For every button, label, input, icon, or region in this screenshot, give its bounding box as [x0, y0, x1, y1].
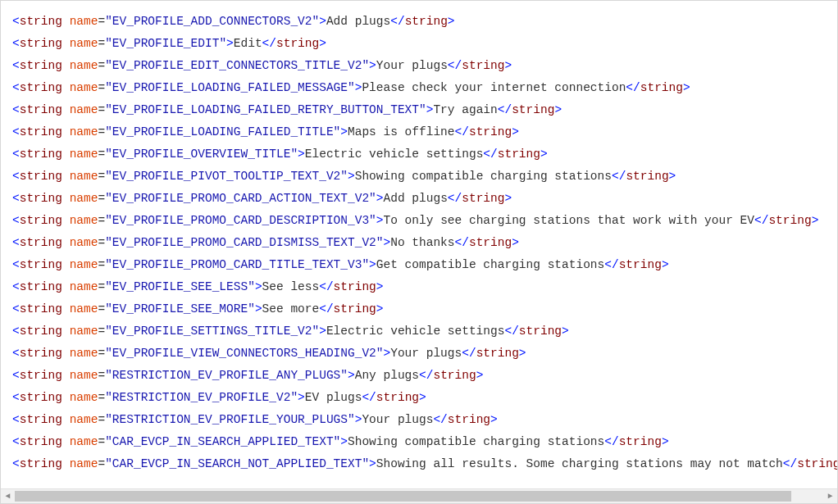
quote-close: " — [290, 391, 298, 404]
end-angle-close: > — [669, 170, 676, 183]
xml-string-line: <string name="EV_PROFILE_LOADING_FAILED_… — [12, 99, 834, 121]
end-angle-open: </ — [612, 170, 626, 183]
string-content: Edit — [234, 37, 262, 50]
end-tag-name: string — [433, 369, 476, 382]
xml-string-line: <string name="CAR_EVCP_IN_SEARCH_APPLIED… — [12, 431, 834, 453]
end-tag-name: string — [376, 391, 419, 404]
attr-name: name — [70, 192, 98, 205]
string-content: Any plugs — [355, 369, 419, 382]
equals-sign: = — [98, 369, 105, 382]
angle-close: > — [319, 15, 326, 28]
quote-open: " — [105, 435, 112, 448]
end-angle-close: > — [554, 103, 562, 116]
xml-string-line: <string name="EV_PROFILE_ADD_CONNECTORS_… — [12, 11, 834, 33]
attr-name: name — [70, 347, 98, 360]
end-angle-open: </ — [419, 369, 433, 382]
angle-close: > — [369, 258, 376, 271]
code-viewer-frame: <string name="EV_PROFILE_ADD_CONNECTORS_… — [0, 0, 838, 504]
end-tag-name: string — [640, 81, 683, 94]
angle-open: < — [12, 325, 20, 338]
angle-open: < — [12, 59, 20, 72]
attr-name: name — [70, 391, 98, 404]
scroll-left-arrow[interactable]: ◄ — [1, 489, 15, 503]
xml-string-line: <string name="CAR_EVCP_IN_SEARCH_NOT_APP… — [12, 453, 834, 475]
scroll-track[interactable] — [15, 489, 823, 503]
quote-close: " — [248, 280, 255, 293]
horizontal-scrollbar[interactable]: ◄ ► — [1, 488, 837, 503]
angle-close: > — [255, 280, 262, 293]
quote-open: " — [105, 413, 112, 426]
angle-close: > — [255, 302, 262, 316]
string-content: EV plugs — [305, 391, 362, 404]
equals-sign: = — [98, 148, 105, 161]
tag-name: string — [20, 59, 62, 72]
attr-value: EV_PROFILE_SETTINGS_TITLE_V2 — [112, 325, 312, 338]
angle-close: > — [340, 435, 348, 448]
string-content: See more — [262, 302, 320, 316]
string-content: Your plugs — [362, 413, 433, 426]
end-angle-close: > — [490, 413, 498, 426]
string-content: Your plugs — [390, 347, 462, 360]
quote-open: " — [105, 170, 112, 183]
attr-value: EV_PROFILE_OVERVIEW_TITLE — [112, 148, 291, 161]
equals-sign: = — [98, 15, 105, 28]
end-angle-close: > — [512, 236, 519, 249]
angle-open: < — [12, 236, 20, 249]
end-angle-close: > — [683, 81, 690, 94]
end-angle-open: </ — [262, 37, 276, 50]
end-angle-open: </ — [433, 413, 447, 426]
quote-close: " — [419, 103, 426, 116]
end-angle-open: </ — [783, 457, 797, 470]
angle-close: > — [298, 148, 305, 161]
attr-value: EV_PROFILE_LOADING_FAILED_MESSAGE — [112, 81, 348, 94]
end-angle-open: </ — [626, 81, 640, 94]
tag-name: string — [20, 148, 62, 161]
equals-sign: = — [98, 103, 105, 116]
attr-value: EV_PROFILE_PROMO_CARD_DESCRIPTION_V3 — [112, 214, 369, 227]
string-content: Please check your internet connection — [362, 81, 626, 94]
quote-open: " — [105, 192, 112, 205]
angle-close: > — [369, 59, 376, 72]
quote-close: " — [334, 125, 341, 138]
xml-string-line: <string name="EV_PROFILE_LOADING_FAILED_… — [12, 77, 834, 99]
quote-open: " — [105, 214, 112, 227]
attr-name: name — [70, 103, 98, 116]
equals-sign: = — [98, 325, 105, 338]
quote-close: " — [312, 325, 319, 338]
attr-name: name — [70, 258, 98, 271]
equals-sign: = — [98, 457, 105, 470]
attr-name: name — [70, 325, 98, 338]
quote-close: " — [334, 435, 341, 448]
angle-open: < — [12, 457, 20, 470]
equals-sign: = — [98, 170, 105, 183]
attr-name: name — [70, 214, 98, 227]
tag-name: string — [20, 192, 62, 205]
scroll-right-arrow[interactable]: ► — [823, 489, 837, 503]
equals-sign: = — [98, 435, 105, 448]
tag-name: string — [20, 214, 62, 227]
angle-close: > — [226, 37, 234, 50]
xml-string-line: <string name="EV_PROFILE_PIVOT_TOOLTIP_T… — [12, 166, 834, 188]
angle-open: < — [12, 280, 20, 293]
end-tag-name: string — [512, 103, 554, 116]
scroll-thumb[interactable] — [15, 491, 791, 502]
end-tag-name: string — [626, 170, 668, 183]
quote-open: " — [105, 369, 112, 382]
attr-name: name — [70, 457, 98, 470]
tag-name: string — [20, 103, 62, 116]
angle-open: < — [12, 435, 20, 448]
quote-close: " — [348, 413, 355, 426]
attr-name: name — [70, 369, 98, 382]
angle-close: > — [369, 457, 376, 470]
end-angle-close: > — [376, 302, 384, 316]
equals-sign: = — [98, 258, 105, 271]
angle-open: < — [12, 369, 20, 382]
string-content: See less — [262, 280, 320, 293]
angle-open: < — [12, 347, 20, 360]
end-tag-name: string — [462, 192, 504, 205]
attr-name: name — [70, 302, 98, 316]
end-tag-name: string — [405, 15, 448, 28]
quote-open: " — [105, 59, 112, 72]
angle-open: < — [12, 103, 20, 116]
string-content: Showing compatible charging stations — [355, 170, 612, 183]
